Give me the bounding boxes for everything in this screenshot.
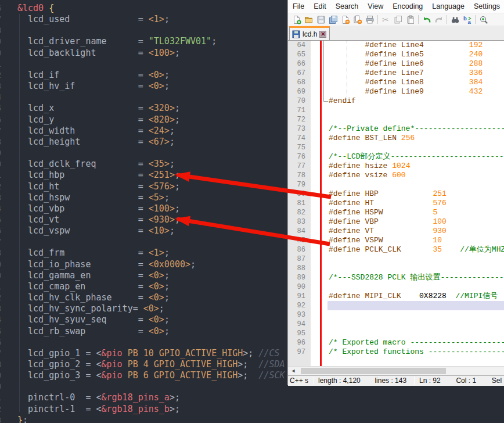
code-line[interactable]: /*--Private define*---------------------… <box>327 124 504 134</box>
code-line[interactable]: #define VSPW 10 <box>327 236 504 245</box>
code-line[interactable]: 7 <box>0 236 289 248</box>
code-line[interactable]: 6 lcd_vspw = <10>; <box>0 225 289 236</box>
code-line[interactable] <box>327 254 504 264</box>
code-line[interactable]: #endif <box>327 96 504 106</box>
code-line[interactable]: #define Line6 288 <box>327 59 504 69</box>
menu-encoding[interactable]: Encoding <box>388 0 427 13</box>
toolbar-save-button[interactable] <box>315 15 327 25</box>
code-line[interactable]: 3}; <box>0 415 289 423</box>
code-line[interactable]: 2 lcd_hv_clk_phase = <0>; <box>0 292 289 303</box>
code-line[interactable]: /* Exported functions ------------------… <box>327 347 504 357</box>
code-line[interactable]: #define VT 930 <box>327 227 504 236</box>
toolbar-find-button[interactable] <box>449 15 461 25</box>
code-line[interactable]: #define hsize 1024 <box>327 162 504 171</box>
code-line[interactable]: #define PCLK_CLK 35 //单位为MHZ <box>327 245 504 254</box>
code-line[interactable]: 3 lcd_hv_if = <0>; <box>0 81 289 92</box>
code-line[interactable] <box>327 282 504 292</box>
tab-lcd-h[interactable]: lcd.h ✕ <box>289 26 330 40</box>
code-line[interactable]: 1 <box>0 59 289 70</box>
toolbar-close-button[interactable] <box>339 15 351 25</box>
code-line[interactable]: 5 lcd_rb_swap = <0>; <box>0 326 289 337</box>
current-code-line[interactable] <box>327 301 504 310</box>
code-line[interactable]: 7 lcd_gpio_1 = <&pio PB 10 GPIO_ACTIVE_H… <box>0 348 289 359</box>
code-line[interactable]: 2 pinctrl-1 = <&rgb18_pins_b>; <box>0 404 289 415</box>
toolbar-zoom-in-button[interactable] <box>477 15 489 25</box>
code-line[interactable]: 9 lcd_driver_name = "TL032FWV01"; <box>0 36 289 47</box>
code-line[interactable]: 2 lcd_if = <0>; <box>0 70 289 81</box>
code-line[interactable]: 6 lcd_y = <820>; <box>0 114 289 126</box>
toolbar-new-file-button[interactable] <box>290 15 303 25</box>
menu-search[interactable]: Search <box>331 0 363 13</box>
code-line[interactable]: #define Line8 384 <box>327 78 504 87</box>
code-line[interactable]: #define VBP 100 <box>327 217 504 227</box>
toolbar-replace-button[interactable]: ba <box>461 15 473 25</box>
menu-edit[interactable]: Edit <box>309 0 331 13</box>
code-line[interactable] <box>327 180 504 189</box>
code-line[interactable]: 6 <box>0 337 289 348</box>
code-line[interactable]: 9 <box>0 148 289 159</box>
code-line[interactable]: 0 lcd_gamma_en = <0>; <box>0 270 289 281</box>
code-line[interactable]: 8 lcd_gpio_2 = <&pio PB 4 GPIO_ACTIVE_HI… <box>0 359 289 370</box>
code-line[interactable]: #define HSPW 5 <box>327 208 504 217</box>
code-line[interactable]: #define Line5 240 <box>327 50 504 59</box>
code-line[interactable]: /*--LCD部分定义-----------------------------… <box>327 152 504 162</box>
tab-close-icon[interactable]: ✕ <box>319 31 326 38</box>
scrollbar-thumb[interactable] <box>301 368 446 374</box>
code-line[interactable]: 3 lcd_hspw = <5>; <box>0 192 289 203</box>
code-line[interactable]: 7 lcd_used = <1>; <box>0 14 289 25</box>
code-line[interactable]: 8 <box>0 25 289 36</box>
code-line[interactable]: 4 lcd_vbp = <100>; <box>0 203 289 214</box>
code-line[interactable]: 8 lcd_height = <67>; <box>0 137 289 148</box>
menu-view[interactable]: View <box>363 0 388 13</box>
code-line[interactable] <box>327 106 504 115</box>
code-line[interactable]: 9 lcd_gpio_3 = <&pio PB 6 GPIO_ACTIVE_HI… <box>0 370 289 381</box>
toolbar-close-all-button[interactable] <box>351 15 363 25</box>
scroll-left-arrow-icon[interactable]: ◄ <box>289 367 298 375</box>
toolbar-copy-button[interactable] <box>392 15 404 25</box>
code-line[interactable]: 1 pinctrl-0 = <&rgb18_pins_a>; <box>0 392 289 403</box>
code-line[interactable]: 0 <box>0 381 289 392</box>
code-line[interactable]: 5 lcd_vt = <930>; <box>0 214 289 225</box>
code-line[interactable]: #define BST_LEN 256 <box>327 134 504 143</box>
code-line[interactable]: 4 <box>0 92 289 103</box>
code-line[interactable]: #define MIPI_CLK 0X8228 //MIPI信号 <box>327 292 504 301</box>
code-line[interactable]: 0 lcd_dclk_freq = <35>; <box>0 159 289 170</box>
code-line[interactable] <box>327 115 504 124</box>
code-line[interactable]: 5 lcd_x = <320>; <box>0 103 289 114</box>
code-line[interactable]: 1 lcd_hbp = <251>; <box>0 170 289 181</box>
toolbar-cut-button[interactable]: ✂ <box>380 15 392 25</box>
code-line[interactable]: 7 lcd_width = <24>; <box>0 126 289 137</box>
code-line[interactable]: #define Line4 192 <box>327 41 504 50</box>
code-line[interactable]: /* Exported macro ----------------------… <box>327 338 504 347</box>
code-line[interactable]: 9 lcd_io_phase = <0x0000>; <box>0 259 289 270</box>
code-line[interactable]: 3 lcd_hv_sync_polarity= <0>; <box>0 303 289 314</box>
code-line[interactable]: 0 lcd_backlight = <100>; <box>0 48 289 59</box>
code-line[interactable]: /*---SSD2828 PCLK 输出设置------------------… <box>327 273 504 282</box>
code-line[interactable] <box>327 310 504 320</box>
code-line[interactable]: 4 lcd_hv_syuv_seq = <0>; <box>0 314 289 325</box>
lcd-h-editor[interactable]: 6465666768697071727374757677787980818283… <box>288 41 504 366</box>
code-line[interactable]: 6&lcd0 { <box>0 3 289 14</box>
toolbar-undo-button[interactable] <box>420 15 433 25</box>
toolbar-paste-button[interactable] <box>404 15 416 25</box>
code-line[interactable]: #define Line7 336 <box>327 69 504 78</box>
toolbar-open-button[interactable] <box>303 15 315 25</box>
code-line[interactable]: #define Line9 432 <box>327 87 504 96</box>
code-line[interactable] <box>327 329 504 338</box>
code-line[interactable]: #define vsize 600 <box>327 171 504 180</box>
toolbar-save-all-button[interactable] <box>327 15 339 25</box>
code-line[interactable] <box>327 143 504 152</box>
menu-file[interactable]: File <box>288 0 309 13</box>
devicetree-editor[interactable]: 6&lcd0 {7 lcd_used = <1>;89 lcd_driver_n… <box>0 0 289 423</box>
menu-language[interactable]: Language <box>427 0 469 13</box>
code-line[interactable]: 8 lcd_frm = <1>; <box>0 248 289 259</box>
code-line[interactable] <box>327 320 504 329</box>
lcd-h-code[interactable]: #define Line4 192 #define Line5 240 #def… <box>327 41 504 366</box>
toolbar-redo-button[interactable] <box>433 15 445 25</box>
code-line[interactable]: 2 lcd_ht = <576>; <box>0 181 289 192</box>
menu-settings[interactable]: Settings <box>469 0 504 13</box>
toolbar-print-button[interactable] <box>363 15 376 25</box>
code-line[interactable]: #define HBP 251 <box>327 189 504 199</box>
code-line[interactable] <box>327 264 504 273</box>
code-line[interactable]: #define HT 576 <box>327 199 504 208</box>
